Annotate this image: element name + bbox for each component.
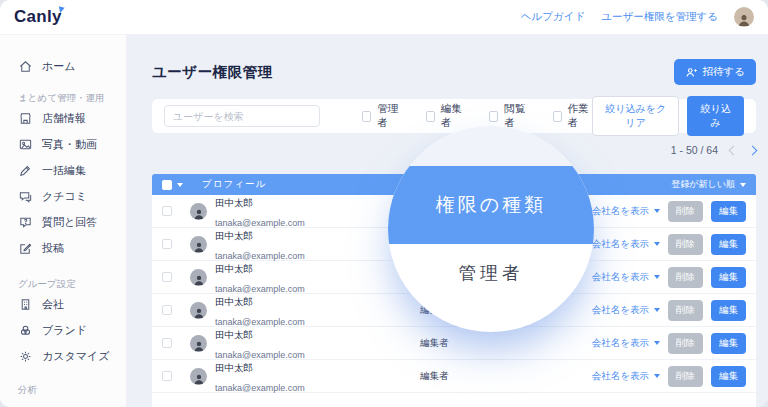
- prev-page-icon[interactable]: [729, 145, 739, 155]
- user-name: 田中太郎: [215, 263, 253, 274]
- edit-button[interactable]: 編集: [711, 366, 746, 387]
- app-window: Canly ヘルプガイド ユーザー権限を管理する ホーム まとめて管理・運用 店…: [0, 0, 768, 407]
- help-guide-link[interactable]: ヘルプガイド: [521, 10, 585, 24]
- checkbox-admin[interactable]: 管理者: [362, 102, 401, 130]
- review-icon: [18, 189, 33, 204]
- avatar: [190, 236, 207, 253]
- sidebar-item-photos-videos[interactable]: 写真・動画: [18, 131, 126, 157]
- sidebar-item-questions-answers[interactable]: 質問と回答: [18, 209, 126, 235]
- avatar: [190, 368, 207, 385]
- show-company-link[interactable]: 会社名を表示: [592, 304, 660, 317]
- checkbox-box[interactable]: [553, 111, 562, 122]
- chevron-down-icon: [654, 374, 660, 378]
- clear-filters-button[interactable]: 絞り込みをクリア: [592, 96, 679, 136]
- user-name: 田中太郎: [215, 362, 253, 373]
- company-icon: [18, 297, 33, 312]
- chevron-down-icon: [654, 341, 660, 345]
- delete-button[interactable]: 削除: [668, 333, 703, 354]
- customize-icon: [18, 349, 33, 364]
- qa-icon: [18, 215, 33, 230]
- edit-button[interactable]: 編集: [711, 201, 746, 222]
- sidebar-section-analytics: 分析: [18, 383, 126, 397]
- sidebar-section-manage: まとめて管理・運用: [18, 91, 126, 105]
- chevron-down-icon[interactable]: [177, 183, 183, 187]
- apply-filters-button[interactable]: 絞り込み: [687, 96, 744, 136]
- checkbox-editor[interactable]: 編集者: [426, 102, 465, 130]
- row-checkbox[interactable]: [162, 305, 172, 315]
- user-avatar[interactable]: [734, 7, 754, 27]
- sidebar-item-store-info[interactable]: 店舗情報: [18, 105, 126, 131]
- checkbox-box[interactable]: [362, 111, 371, 122]
- store-icon: [18, 111, 33, 126]
- spotlight-permission-value: 管理者: [388, 261, 594, 285]
- permission-value: 編集者: [420, 337, 449, 350]
- canly-logo[interactable]: Canly: [14, 7, 62, 27]
- checkbox-box[interactable]: [489, 111, 498, 122]
- row-checkbox[interactable]: [162, 338, 172, 348]
- chevron-down-icon: [654, 275, 660, 279]
- bulk-edit-icon: [18, 163, 33, 178]
- user-email: tanaka@example.com: [215, 383, 305, 393]
- show-company-link[interactable]: 会社名を表示: [592, 238, 660, 251]
- avatar: [190, 335, 207, 352]
- delete-button[interactable]: 削除: [668, 201, 703, 222]
- user-name: 田中太郎: [215, 296, 253, 307]
- sort-dropdown[interactable]: 登録が新しい順: [671, 178, 746, 191]
- add-person-icon: [685, 66, 698, 79]
- sidebar: ホーム まとめて管理・運用 店舗情報 写真・動画 一括編集 クチコミ 質問と回答…: [0, 35, 127, 407]
- sidebar-item-home[interactable]: ホーム: [18, 53, 126, 79]
- person-icon: [192, 372, 206, 385]
- show-company-link[interactable]: 会社名を表示: [592, 271, 660, 284]
- show-company-link[interactable]: 会社名を表示: [592, 205, 660, 218]
- checkbox-worker[interactable]: 作業者: [553, 102, 592, 130]
- role-filter-group: 管理者 編集者 閲覧者 作業者: [362, 102, 592, 130]
- show-company-link[interactable]: 会社名を表示: [592, 370, 660, 383]
- brand-icon: [18, 323, 33, 338]
- sidebar-item-bulk-edit[interactable]: 一括編集: [18, 157, 126, 183]
- row-checkbox[interactable]: [162, 239, 172, 249]
- page-title: ユーザー権限管理: [152, 63, 273, 82]
- select-all-checkbox[interactable]: [162, 180, 172, 190]
- person-icon: [192, 306, 206, 319]
- row-checkbox[interactable]: [162, 206, 172, 216]
- invite-button[interactable]: 招待する: [674, 59, 757, 85]
- sidebar-item-customize[interactable]: カスタマイズ: [18, 343, 126, 369]
- topbar: Canly ヘルプガイド ユーザー権限を管理する: [0, 0, 768, 35]
- person-icon: [736, 12, 752, 27]
- row-checkbox[interactable]: [162, 371, 172, 381]
- edit-button[interactable]: 編集: [711, 333, 746, 354]
- checkbox-box[interactable]: [426, 111, 435, 122]
- sidebar-item-brand[interactable]: ブランド: [18, 317, 126, 343]
- search-input[interactable]: [164, 105, 320, 127]
- next-page-icon[interactable]: [748, 145, 758, 155]
- profile-column-header: プロフィール: [202, 178, 266, 191]
- avatar: [190, 302, 207, 319]
- chevron-down-icon: [654, 308, 660, 312]
- permission-value: 編集者: [420, 370, 449, 383]
- delete-button[interactable]: 削除: [668, 234, 703, 255]
- delete-button[interactable]: 削除: [668, 366, 703, 387]
- sidebar-item-posts[interactable]: 投稿: [18, 235, 126, 261]
- sidebar-item-reviews[interactable]: クチコミ: [18, 183, 126, 209]
- pagination-range: 1 - 50 / 64: [671, 144, 718, 156]
- person-icon: [192, 240, 206, 253]
- user-name: 田中太郎: [215, 197, 253, 208]
- post-icon: [18, 241, 33, 256]
- home-icon: [18, 59, 33, 74]
- manage-permissions-link[interactable]: ユーザー権限を管理する: [601, 10, 718, 24]
- person-icon: [192, 207, 206, 220]
- edit-button[interactable]: 編集: [711, 267, 746, 288]
- show-company-link[interactable]: 会社名を表示: [592, 337, 660, 350]
- edit-button[interactable]: 編集: [711, 300, 746, 321]
- edit-button[interactable]: 編集: [711, 234, 746, 255]
- delete-button[interactable]: 削除: [668, 267, 703, 288]
- row-checkbox[interactable]: [162, 272, 172, 282]
- sidebar-item-company[interactable]: 会社: [18, 291, 126, 317]
- avatar: [190, 269, 207, 286]
- avatar: [190, 203, 207, 220]
- sidebar-section-group-settings: グループ設定: [18, 277, 126, 291]
- user-name: 田中太郎: [215, 230, 253, 241]
- spotlight-column-header: 権限の種類: [388, 166, 594, 244]
- person-icon: [192, 339, 206, 352]
- delete-button[interactable]: 削除: [668, 300, 703, 321]
